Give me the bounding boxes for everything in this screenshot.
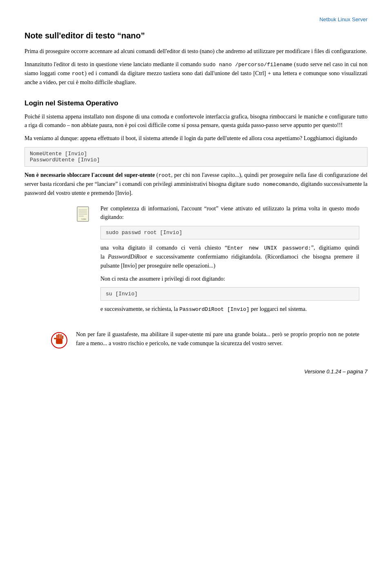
vote-icon: vote xyxy=(76,206,92,222)
stop-icon xyxy=(51,332,68,349)
section1-para2-before: Innanzitutto l'editor di testo in questi… xyxy=(24,61,203,67)
note-vote: vote Per completezza di informazioni, l'… xyxy=(74,204,359,318)
section1-para2-code2: sudo xyxy=(296,62,309,68)
section2-para3-space: ( xyxy=(155,172,158,178)
indented-para1: Per completezza di informazioni, l'accou… xyxy=(100,204,359,222)
stop-icon-area xyxy=(49,330,69,349)
section2-para3: Non è necessario sbloccare l'account del… xyxy=(24,171,368,198)
indented-para2-italic: PasswordDiRoot xyxy=(108,254,147,260)
page: Netbuk Linux Server Note sull'editor di … xyxy=(0,0,392,399)
code-passwd-text: sudo passwd root [Invio] xyxy=(106,230,182,236)
section2-para1: Poiché il sistema appena installato non … xyxy=(24,112,368,130)
svg-rect-7 xyxy=(56,339,62,344)
svg-rect-8 xyxy=(56,335,58,339)
section2-para3-code: root xyxy=(158,172,171,179)
section1-para2: Innanzitutto l'editor di testo in questi… xyxy=(24,60,368,87)
section2-title: Login nel Sistema Operativo xyxy=(24,99,368,107)
code-block-su: su [Invio] xyxy=(100,287,359,301)
section1-para1: Prima di proseguire occorre accennare ad… xyxy=(24,47,368,56)
code-block-login: NomeUtente [Invio] PasswordUtente [Invio… xyxy=(24,147,368,167)
section1-para2-code3: root xyxy=(72,71,85,77)
indented-para2-before: una volta digitato il comando ci verrà c… xyxy=(100,245,227,251)
code-block-passwd: sudo passwd root [Invio] xyxy=(100,226,359,239)
indented-para3: Non ci resta che assumere i privilegi di… xyxy=(100,275,359,283)
code-su-text: su [Invio] xyxy=(106,291,138,297)
svg-rect-12 xyxy=(54,338,56,339)
footer-text: Versione 0.1.24 – pagina 7 xyxy=(304,368,368,375)
svg-text:vote: vote xyxy=(81,217,86,221)
section2-para2: Ma veniamo al dunque: appena effettuato … xyxy=(24,134,368,143)
section1-title: Note sull'editor di testo “nano” xyxy=(24,31,368,40)
stop-note-text: Non per fare il guastafeste, ma abilitar… xyxy=(76,330,359,352)
svg-rect-10 xyxy=(60,334,62,339)
page-header: Netbuk Linux Server xyxy=(24,16,368,23)
svg-rect-11 xyxy=(62,335,63,339)
indented-para4-code: PasswordDiRoot [Invio] xyxy=(179,306,249,312)
header-title: Netbuk Linux Server xyxy=(319,16,368,22)
code-line-1: NomeUtente [Invio] xyxy=(30,151,362,157)
indented-para2: una volta digitato il comando ci verrà c… xyxy=(100,243,359,270)
section2-para3-code2: sudo nomecomando xyxy=(247,181,298,187)
section2-para3-strong: Non è necessario sbloccare l'account del… xyxy=(24,172,155,178)
svg-rect-9 xyxy=(58,334,60,339)
stop-note: Non per fare il guastafeste, ma abilitar… xyxy=(49,330,359,352)
stop-note-para: Non per fare il guastafeste, ma abilitar… xyxy=(76,330,359,348)
indented-para4-after: per loggarci nel sistema. xyxy=(249,306,307,312)
section1-para2-middle: ( xyxy=(292,61,296,67)
section1-para2-code: sudo nano /percorso/filename xyxy=(203,62,292,68)
page-footer: Versione 0.1.24 – pagina 7 xyxy=(24,368,368,375)
vote-note-text: Per completezza di informazioni, l'accou… xyxy=(100,204,359,318)
indented-para4-before: e successivamente, se richiesta, la xyxy=(100,306,179,312)
code-line-2: PasswordUtente [Invio] xyxy=(30,157,362,163)
indented-para4: e successivamente, se richiesta, la Pass… xyxy=(100,305,359,314)
indented-para2-code: Enter new UNIX password: xyxy=(227,245,311,251)
vote-icon-area: vote xyxy=(74,204,94,222)
indented-section: vote Per completezza di informazioni, l'… xyxy=(74,204,359,318)
